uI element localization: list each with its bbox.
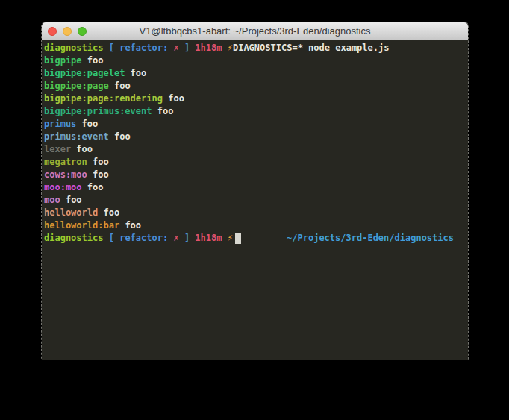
terminal-text-segment: bigpipe xyxy=(44,55,82,66)
window-title: V1@ltbbqcbs1-abart: ~/Projects/3rd-Eden/… xyxy=(42,22,468,40)
terminal-text-segment: helloworld xyxy=(44,207,98,218)
terminal-text-segment: foo xyxy=(119,220,141,231)
terminal-text-segment: ⚡ xyxy=(228,233,233,243)
terminal-line: moo foo xyxy=(44,194,468,207)
terminal-text-segment: lexer xyxy=(44,144,71,154)
terminal-line: bigpipe:primus:event foo xyxy=(44,105,468,118)
terminal-line: primus foo xyxy=(44,118,468,131)
terminal-text-segment: ] xyxy=(179,233,190,243)
terminal-window: V1@ltbbqcbs1-abart: ~/Projects/3rd-Eden/… xyxy=(41,22,469,360)
terminal-text-segment: ✗ xyxy=(173,233,178,243)
terminal-text-segment: foo xyxy=(125,68,146,78)
terminal-text-segment: primus xyxy=(44,119,76,129)
terminal-text-segment: [ refactor: xyxy=(109,233,174,243)
working-directory-path: ~/Projects/3rd-Eden/diagnostics xyxy=(287,232,454,245)
terminal-line: primus:event foo xyxy=(44,131,468,143)
terminal-text-segment: diagnostics xyxy=(44,233,103,243)
terminal-line: bigpipe:page foo xyxy=(44,80,468,93)
terminal-line: bigpipe:pagelet foo xyxy=(44,67,468,80)
terminal-text-segment: foo xyxy=(163,93,184,104)
terminal-text-segment: diagnostics xyxy=(44,43,103,53)
terminal-text-segment: bigpipe:primus:event xyxy=(44,106,152,116)
terminal-text-segment: foo xyxy=(76,119,98,129)
terminal-line: cows:moo foo xyxy=(44,169,468,181)
terminal-text-segment: ] xyxy=(179,43,190,53)
terminal-text-segment: foo xyxy=(98,207,119,218)
terminal-text-segment: [ refactor: xyxy=(109,43,174,53)
terminal-text-segment: cows:moo xyxy=(44,169,87,180)
terminal-text-segment: foo xyxy=(152,106,174,116)
terminal-text-segment: foo xyxy=(82,182,104,192)
title-bar[interactable]: V1@ltbbqcbs1-abart: ~/Projects/3rd-Eden/… xyxy=(42,22,468,40)
terminal-text-segment: foo xyxy=(109,131,131,142)
terminal-line: lexer foo xyxy=(44,143,468,156)
terminal-text-segment: bigpipe:pagelet xyxy=(44,68,125,78)
terminal-lines: diagnostics [ refactor: ✗ ] 1h18m ⚡DIAGN… xyxy=(44,42,468,232)
terminal-text-segment: primus:event xyxy=(44,131,109,142)
terminal-text-segment xyxy=(103,233,108,243)
terminal-text-segment: foo xyxy=(60,195,82,205)
terminal-text-segment xyxy=(222,233,227,243)
terminal-text-segment xyxy=(222,43,227,53)
terminal-text-segment xyxy=(103,43,108,53)
terminal-line: helloworld foo xyxy=(44,207,468,219)
terminal-text-segment: moo xyxy=(44,195,60,205)
terminal-line: bigpipe foo xyxy=(44,54,468,67)
terminal-text-segment: foo xyxy=(71,144,93,154)
shell-prompt-line: diagnostics [ refactor: ✗ ] 1h18m ⚡ ~/Pr… xyxy=(44,232,468,245)
terminal-text-segment: foo xyxy=(87,157,109,167)
terminal-text-segment: DIAGNOSTICS=* node example.js xyxy=(233,43,390,53)
terminal-text-segment: ⚡ xyxy=(228,43,233,53)
terminal-text-segment: ✗ xyxy=(173,43,178,53)
prompt-segments: diagnostics [ refactor: ✗ ] 1h18m ⚡ xyxy=(44,232,233,245)
terminal-text-segment: 1h18m xyxy=(195,233,222,243)
terminal-line: moo:moo foo xyxy=(44,181,468,194)
terminal-line: diagnostics [ refactor: ✗ ] 1h18m ⚡DIAGN… xyxy=(44,42,468,54)
terminal-line: bigpipe:page:rendering foo xyxy=(44,93,468,105)
terminal-line: helloworld:bar foo xyxy=(44,219,468,232)
terminal-text-segment: moo:moo xyxy=(44,182,82,192)
terminal-text-segment: helloworld:bar xyxy=(44,220,119,231)
terminal-text-segment: foo xyxy=(109,81,131,91)
text-cursor-block xyxy=(235,233,241,244)
terminal-text-segment: foo xyxy=(82,55,104,66)
terminal-text-segment: bigpipe:page xyxy=(44,81,109,91)
terminal-screen[interactable]: diagnostics [ refactor: ✗ ] 1h18m ⚡DIAGN… xyxy=(42,40,468,360)
terminal-line: megatron foo xyxy=(44,156,468,169)
terminal-text-segment: foo xyxy=(87,169,109,180)
terminal-text-segment: megatron xyxy=(44,157,87,167)
terminal-text-segment: 1h18m xyxy=(195,43,222,53)
terminal-text-segment: bigpipe:page:rendering xyxy=(44,93,163,104)
